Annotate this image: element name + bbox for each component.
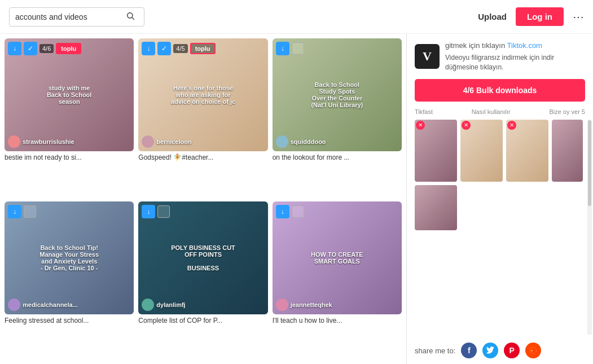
header-right: Upload Log in ⋯ (478, 7, 584, 26)
video-card[interactable]: study with me Back to School season↓✓4/6… (5, 38, 134, 197)
account-name: medicalchannela... (23, 301, 78, 308)
toplu-button[interactable]: toplu (190, 43, 216, 54)
count-badge: 4/5 (173, 44, 187, 53)
select-button[interactable] (24, 205, 36, 218)
video-actions: ↓ (8, 205, 36, 218)
upload-button[interactable]: Upload (478, 12, 507, 21)
strip-remove-button[interactable]: ✕ (416, 121, 425, 130)
video-card[interactable]: POLY BUSINESS CUT OFF POINTS BUSINESS↓dy… (138, 201, 267, 360)
panel-header: V gitmek için tıklayın Tiktok.com Videoy… (407, 34, 593, 77)
video-overlay-text: Here's one for those who are asking for … (138, 38, 267, 151)
strip-remove-button[interactable]: ✕ (507, 121, 516, 130)
video-caption: on the lookout for more ... (273, 154, 402, 161)
download-button[interactable]: ↓ (8, 205, 21, 218)
share-label: share me to: (415, 347, 455, 355)
video-caption: Feeling stressed at school... (5, 317, 134, 324)
video-card[interactable]: Back to School Tip! Manage Your Stress a… (5, 201, 134, 360)
video-actions: ↓ (276, 42, 304, 55)
check-button[interactable]: ✓ (24, 42, 37, 55)
video-overlay-text: HOW TO CREATE SMART GOALS (273, 201, 402, 314)
account-badge: jeannetteqhek (276, 299, 332, 311)
account-name: squidddooo (291, 138, 326, 145)
strip-thumb-partial (552, 120, 583, 182)
select-button[interactable] (292, 42, 304, 55)
header: Upload Log in ⋯ (0, 0, 593, 34)
video-card[interactable]: Back to School Study Spots Over the Coun… (273, 38, 402, 197)
search-input[interactable] (15, 12, 122, 21)
share-row: share me to: f P r (407, 337, 593, 364)
account-avatar (142, 299, 154, 311)
video-actions: ↓ (142, 205, 170, 218)
login-button[interactable]: Log in (516, 7, 564, 26)
tiktok-link[interactable]: Tiktok.com (507, 41, 542, 50)
reddit-share-button[interactable]: r (525, 343, 541, 358)
tikfast-label: Tikfast (415, 108, 433, 115)
nasil-link[interactable]: Nasıl kullanılır (472, 108, 511, 115)
select-button[interactable] (292, 205, 304, 218)
strip-thumb: ✕ (415, 120, 457, 182)
strip-thumb: ✕ (506, 120, 548, 182)
video-overlay-text: POLY BUSINESS CUT OFF POINTS BUSINESS (138, 201, 267, 314)
panel-scrollbar-thumb (588, 120, 591, 206)
account-avatar (276, 299, 288, 311)
count-badge: 4/6 (39, 44, 54, 53)
account-avatar (142, 135, 154, 148)
search-button[interactable] (126, 11, 135, 23)
select-button[interactable] (157, 205, 170, 218)
panel-title: gitmek için tıklayın Tiktok.com (445, 41, 585, 51)
panel-scrollbar[interactable] (587, 120, 592, 335)
pinterest-share-button[interactable]: P (504, 343, 520, 358)
account-name: berniceloon (156, 138, 191, 145)
video-caption: I'll teach u how to live... (273, 317, 402, 324)
download-button[interactable]: ↓ (276, 42, 289, 55)
video-actions: ↓✓4/6toplu (8, 42, 81, 55)
video-overlay-text: study with me Back to School season (5, 38, 134, 151)
account-name: dylanlimfj (156, 301, 185, 308)
video-card[interactable]: Here's one for those who are asking for … (138, 38, 267, 197)
video-actions: ↓✓4/5toplu (142, 42, 215, 55)
download-button[interactable]: ↓ (276, 205, 289, 218)
more-button[interactable]: ⋯ (573, 10, 584, 24)
video-card[interactable]: HOW TO CREATE SMART GOALS↓jeannetteqhekI… (273, 201, 402, 360)
account-badge: berniceloon (142, 135, 191, 148)
thumb-strip: ✕✕✕ (407, 120, 593, 182)
toplu-button[interactable]: toplu (56, 43, 81, 54)
account-name: strawburrislushie (23, 138, 74, 145)
account-name: jeannetteqhek (291, 301, 332, 308)
sidebar-panel: V gitmek için tıklayın Tiktok.com Videoy… (406, 34, 593, 364)
bulk-download-button[interactable]: 4/6 Bulk downloads (415, 79, 585, 102)
bize-oy-link[interactable]: Bize oy ver 5 (549, 108, 585, 115)
panel-scroll-area: ✕✕✕ (407, 120, 593, 335)
account-avatar (276, 135, 288, 148)
v-logo: V (415, 44, 440, 69)
check-button[interactable]: ✓ (157, 42, 171, 55)
panel-subtitle: Videoyu filigransız indirmek için indir … (445, 53, 585, 72)
panel-info: gitmek için tıklayın Tiktok.com Videoyu … (445, 41, 585, 72)
svg-line-1 (132, 17, 134, 20)
account-badge: squidddooo (276, 135, 326, 148)
download-button[interactable]: ↓ (142, 205, 155, 218)
main-content: study with me Back to School season↓✓4/6… (0, 34, 593, 364)
account-avatar (8, 135, 20, 148)
strip-thumb: ✕ (460, 120, 503, 182)
search-bar (9, 7, 144, 27)
video-overlay-text: Back to School Study Spots Over the Coun… (273, 38, 402, 151)
account-badge: dylanlimfj (142, 299, 185, 311)
video-caption: bestie im not ready to si... (5, 154, 134, 161)
video-grid: study with me Back to School season↓✓4/6… (0, 34, 406, 364)
twitter-share-button[interactable] (482, 343, 498, 358)
account-badge: strawburrislushie (8, 135, 74, 148)
video-caption: Godspeed! 🧚#teacher... (138, 154, 267, 161)
svg-point-0 (128, 12, 133, 17)
facebook-share-button[interactable]: f (461, 343, 477, 358)
panel-meta: Tikfast Nasıl kullanılır Bize oy ver 5 (407, 106, 593, 120)
account-badge: medicalchannela... (8, 299, 78, 311)
download-button[interactable]: ↓ (8, 42, 21, 55)
video-overlay-text: Back to School Tip! Manage Your Stress a… (5, 201, 134, 314)
account-avatar (8, 299, 20, 311)
strip-remove-button[interactable]: ✕ (462, 121, 471, 130)
video-actions: ↓ (276, 205, 304, 218)
video-caption: Complete list of COP for P... (138, 317, 267, 324)
download-button[interactable]: ↓ (142, 42, 155, 55)
